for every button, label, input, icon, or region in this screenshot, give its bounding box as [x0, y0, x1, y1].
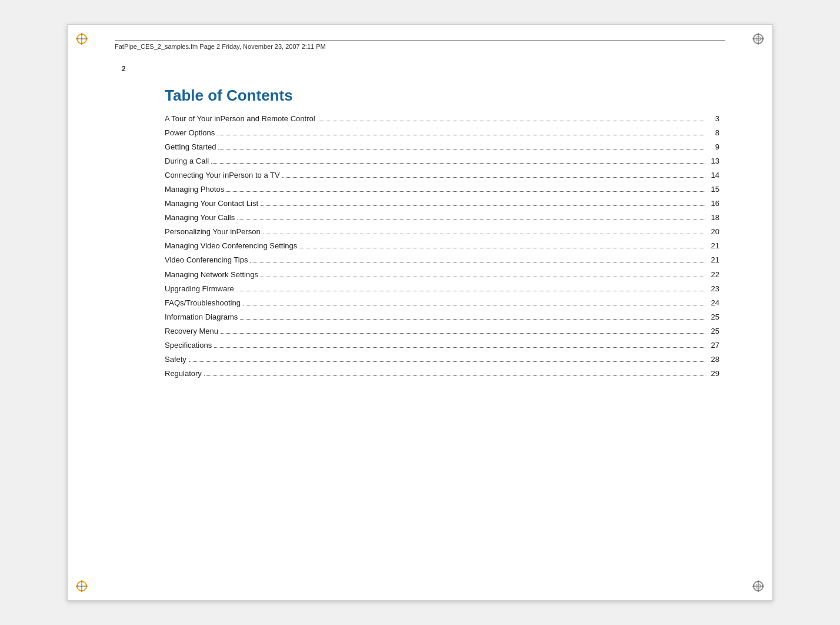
toc-list: A Tour of Your inPerson and Remote Contr… [165, 112, 719, 381]
page-number: 2 [122, 65, 126, 73]
toc-item: Getting Started 9 [165, 140, 719, 154]
toc-page-0: 3 [708, 112, 719, 126]
toc-page-4: 14 [708, 168, 719, 182]
toc-page-12: 23 [708, 282, 719, 296]
toc-item-text-2: Getting Started [165, 140, 216, 154]
toc-item-text-0: A Tour of Your inPerson and Remote Contr… [165, 112, 315, 126]
toc-page-7: 18 [708, 211, 719, 225]
toc-dots-1 [217, 135, 705, 135]
toc-item-text-16: Specifications [165, 338, 212, 353]
toc-item: Safety 28 [165, 353, 719, 367]
toc-item: FAQs/Troubleshooting 24 [165, 296, 719, 310]
toc-page-18: 29 [708, 367, 719, 381]
toc-page-8: 20 [708, 225, 719, 239]
toc-page-16: 27 [708, 338, 719, 353]
corner-mark-top-left [76, 33, 95, 52]
toc-page-5: 15 [708, 182, 719, 197]
toc-item-text-1: Power Options [165, 126, 215, 140]
corner-mark-top-right [745, 33, 764, 52]
toc-page-2: 9 [708, 140, 719, 154]
toc-item: Managing Photos 15 [165, 182, 719, 197]
toc-item-text-13: FAQs/Troubleshooting [165, 296, 241, 310]
toc-item: Regulatory 29 [165, 367, 719, 381]
toc-dots-10 [250, 262, 705, 262]
page-container: FatPipe_CES_2_samples.fm Page 2 Friday, … [0, 0, 840, 625]
corner-mark-bottom-right [745, 573, 764, 592]
toc-dots-17 [189, 361, 705, 362]
toc-item-text-10: Video Conferencing Tips [165, 253, 248, 267]
toc-page-10: 21 [708, 253, 719, 267]
toc-item: Video Conferencing Tips 21 [165, 253, 719, 267]
toc-title: Table of Contents [165, 87, 719, 105]
toc-item: Personalizing Your inPerson 20 [165, 225, 719, 239]
toc-dots-7 [237, 220, 705, 220]
toc-dots-0 [318, 121, 705, 121]
toc-item: Power Options 8 [165, 126, 719, 140]
toc-page-13: 24 [708, 296, 719, 310]
toc-dots-15 [221, 333, 705, 334]
toc-dots-11 [261, 277, 705, 277]
toc-dots-16 [214, 347, 705, 348]
toc-item-text-6: Managing Your Contact List [165, 197, 258, 211]
toc-item: Managing Video Conferencing Settings 21 [165, 239, 719, 253]
toc-dots-5 [226, 191, 705, 192]
toc-dots-13 [243, 305, 705, 305]
toc-item-text-9: Managing Video Conferencing Settings [165, 239, 297, 253]
toc-item-text-3: During a Call [165, 154, 209, 168]
header-text: FatPipe_CES_2_samples.fm Page 2 Friday, … [115, 43, 326, 50]
toc-dots-14 [240, 319, 705, 320]
toc-dots-2 [218, 149, 705, 149]
toc-item-text-12: Upgrading Firmware [165, 282, 234, 296]
header-bar: FatPipe_CES_2_samples.fm Page 2 Friday, … [115, 40, 725, 50]
toc-dots-3 [211, 163, 705, 164]
toc-item: Managing Your Contact List 16 [165, 197, 719, 211]
toc-page-3: 13 [708, 154, 719, 168]
toc-page-11: 22 [708, 268, 719, 282]
toc-item: Recovery Menu 25 [165, 324, 719, 338]
toc-page-17: 28 [708, 353, 719, 367]
toc-dots-6 [261, 205, 705, 206]
toc-dots-4 [282, 177, 705, 178]
toc-dots-18 [204, 375, 705, 376]
toc-item: Connecting Your inPerson to a TV 14 [165, 168, 719, 182]
toc-item-text-8: Personalizing Your inPerson [165, 225, 261, 239]
toc-page-14: 25 [708, 310, 719, 324]
toc-item-text-17: Safety [165, 353, 186, 367]
toc-item: Specifications 27 [165, 338, 719, 353]
toc-dots-9 [299, 248, 705, 248]
content-area: Table of Contents A Tour of Your inPerso… [165, 87, 719, 381]
toc-page-15: 25 [708, 324, 719, 338]
toc-page-1: 8 [708, 126, 719, 140]
toc-dots-8 [263, 234, 705, 234]
toc-item-text-14: Information Diagrams [165, 310, 238, 324]
toc-item-text-15: Recovery Menu [165, 324, 218, 338]
toc-item: Managing Your Calls 18 [165, 211, 719, 225]
toc-item: Managing Network Settings 22 [165, 268, 719, 282]
toc-item-text-7: Managing Your Calls [165, 211, 235, 225]
toc-page-6: 16 [708, 197, 719, 211]
toc-item-text-5: Managing Photos [165, 182, 224, 197]
toc-item-text-4: Connecting Your inPerson to a TV [165, 168, 280, 182]
toc-dots-12 [236, 291, 705, 291]
document-page: FatPipe_CES_2_samples.fm Page 2 Friday, … [67, 24, 773, 601]
toc-page-9: 21 [708, 239, 719, 253]
corner-mark-bottom-left [76, 573, 95, 592]
toc-item-text-18: Regulatory [165, 367, 202, 381]
toc-item: Upgrading Firmware 23 [165, 282, 719, 296]
toc-item: During a Call 13 [165, 154, 719, 168]
toc-item: Information Diagrams 25 [165, 310, 719, 324]
toc-item: A Tour of Your inPerson and Remote Contr… [165, 112, 719, 126]
toc-item-text-11: Managing Network Settings [165, 268, 258, 282]
